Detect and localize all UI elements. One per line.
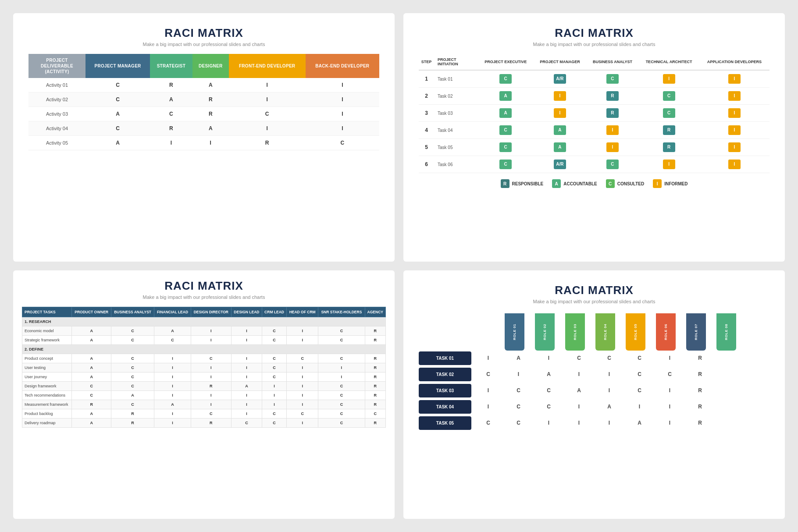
table-row: Design framework CCIRAIICR bbox=[22, 382, 386, 391]
role-col-header: ROLE 06 bbox=[652, 311, 680, 351]
task-cell: A bbox=[504, 351, 533, 365]
th-pm: PROJECT MANAGER bbox=[86, 54, 150, 78]
slide4-subtitle: Make a big impact with our professional … bbox=[533, 299, 656, 304]
task-cell: A bbox=[595, 399, 623, 414]
task-cell: I bbox=[656, 399, 684, 414]
task-rows: TASK 01IAICCCIR TASK 02CIAIICCR TASK 03I… bbox=[419, 351, 770, 432]
table-row: 1 Task 01 C A/R C I I bbox=[419, 70, 770, 88]
task-label-box: TASK 05 bbox=[419, 416, 471, 430]
slide4-title: RACI MATRIX bbox=[555, 284, 634, 297]
raci-table-3: PROJECT TASKSPRODUCT OWNERBUSINESS ANALY… bbox=[22, 307, 386, 428]
role-col-header: ROLE 08 bbox=[712, 311, 741, 351]
task-cell: C bbox=[625, 351, 654, 365]
task-label-box: TASK 02 bbox=[419, 368, 471, 381]
task-row: TASK 05CCIIIAIR bbox=[419, 415, 770, 430]
task-cell: C bbox=[504, 383, 533, 398]
task-cell: I bbox=[565, 367, 593, 382]
task-cell: I bbox=[504, 367, 533, 382]
task-cell: R bbox=[686, 399, 714, 414]
role-col-header: ROLE 07 bbox=[682, 311, 710, 351]
slide4-container: ROLE 01 ROLE 02 ROLE 03 ROLE 04 ROLE 05 … bbox=[419, 311, 770, 432]
task-row: TASK 04ICCIAIIR bbox=[419, 399, 770, 414]
th-exec: PROJECT EXECUTIVE bbox=[478, 54, 533, 70]
task-cell: I bbox=[474, 383, 502, 398]
task-cell: I bbox=[656, 415, 684, 430]
roles-header: ROLE 01 ROLE 02 ROLE 03 ROLE 04 ROLE 05 … bbox=[447, 311, 741, 351]
table-row: 2 Task 02 A I R C I bbox=[419, 88, 770, 105]
raci-legend: R RESPONSIBLE A ACCOUNTABLE C CONSULTED … bbox=[501, 179, 688, 188]
role-col-header: ROLE 02 bbox=[531, 311, 559, 351]
th-initiation: PROJECT INITIATION bbox=[434, 54, 478, 70]
task-cell: I bbox=[534, 351, 563, 365]
slide-3: RACI MATRIX Make a big impact with our p… bbox=[13, 270, 395, 519]
role-col-header: ROLE 04 bbox=[591, 311, 620, 351]
task-label-box: TASK 01 bbox=[419, 351, 471, 365]
th-appdev: APPLICATION DEVELOPERS bbox=[699, 54, 770, 70]
task-cell: C bbox=[474, 367, 502, 382]
task-cell: R bbox=[686, 383, 714, 398]
task-cell: C bbox=[534, 399, 563, 414]
raci-table-1: PROJECT DELIVERABLE (ACTIVITY) PROJECT M… bbox=[28, 54, 379, 150]
legend-item: I INFORMED bbox=[653, 179, 688, 188]
legend-item: C CONSULTED bbox=[606, 179, 644, 188]
task-cell: I bbox=[474, 351, 502, 365]
th-designer: DESIGNER bbox=[192, 54, 229, 78]
th-deliverable: PROJECT DELIVERABLE (ACTIVITY) bbox=[28, 54, 86, 78]
task-cell: C bbox=[504, 399, 533, 414]
th-step: STEP bbox=[419, 54, 434, 70]
task-cell: I bbox=[595, 383, 623, 398]
task-cell: C bbox=[565, 351, 593, 365]
task-cell: I bbox=[656, 351, 684, 365]
slide1-subtitle: Make a big impact with our professional … bbox=[143, 42, 265, 47]
table-row: Tech recommendations CAIIIIICR bbox=[22, 391, 386, 400]
role-col-header: ROLE 01 bbox=[500, 311, 529, 351]
th-ba: BUSINESS ANALYST bbox=[586, 54, 638, 70]
slide2-title: RACI MATRIX bbox=[555, 26, 634, 40]
task-cell: I bbox=[595, 415, 623, 430]
slide3-subtitle: Make a big impact with our professional … bbox=[143, 294, 265, 300]
task-cell: C bbox=[504, 415, 533, 430]
task-cell: A bbox=[625, 415, 654, 430]
task-cell: I bbox=[534, 415, 563, 430]
table-row: 3 Task 03 A I R C I bbox=[419, 105, 770, 122]
role-col-header: ROLE 05 bbox=[621, 311, 650, 351]
task-cell: R bbox=[686, 415, 714, 430]
th-ta: TECHNICAL ARCHITECT bbox=[638, 54, 699, 70]
task-cell: I bbox=[625, 399, 654, 414]
table-row: Strategic framework ACCIICICR bbox=[22, 336, 386, 345]
slide3-title: RACI MATRIX bbox=[164, 279, 243, 293]
table-row: 6 Task 06 C A/R C I I bbox=[419, 156, 770, 173]
task-cell: A bbox=[534, 367, 563, 382]
raci-table-2: STEP PROJECT INITIATION PROJECT EXECUTIV… bbox=[419, 54, 770, 173]
th-frontend: FRONT-END DEVELOPER bbox=[229, 54, 306, 78]
task-cell: C bbox=[656, 367, 684, 382]
slide-4: RACI MATRIX Make a big impact with our p… bbox=[403, 270, 785, 519]
th-backend: BACK-END DEVELOPER bbox=[306, 54, 379, 78]
task-cell: I bbox=[595, 367, 623, 382]
task-cell: C bbox=[595, 351, 623, 365]
legend-item: R RESPONSIBLE bbox=[501, 179, 544, 188]
slide1-title: RACI MATRIX bbox=[164, 26, 243, 40]
table-row: Product concept ACICICCCR bbox=[22, 354, 386, 363]
role-col-header: ROLE 03 bbox=[561, 311, 589, 351]
table-row: Activity 05 A I I R C bbox=[28, 136, 379, 150]
table-row: Economic model ACAIICICR bbox=[22, 326, 386, 336]
table-row: Activity 03 A C R C I bbox=[28, 107, 379, 121]
slide-1: RACI MATRIX Make a big impact with our p… bbox=[13, 13, 395, 262]
table-row: User journey ACIIICIIR bbox=[22, 372, 386, 382]
task-cell: R bbox=[686, 351, 714, 365]
task-label-box: TASK 04 bbox=[419, 400, 471, 414]
task-cell: C bbox=[474, 415, 502, 430]
task-cell: I bbox=[656, 383, 684, 398]
legend-item: A ACCOUNTABLE bbox=[552, 179, 597, 188]
task-row: TASK 03ICCAICIR bbox=[419, 383, 770, 398]
task-cell: I bbox=[565, 399, 593, 414]
task-cell: I bbox=[474, 399, 502, 414]
slide-2: RACI MATRIX Make a big impact with our p… bbox=[403, 13, 785, 262]
task-cell: C bbox=[534, 383, 563, 398]
slide2-subtitle: Make a big impact with our professional … bbox=[533, 42, 656, 47]
table-row: 5 Task 05 C A I R I bbox=[419, 139, 770, 156]
task-label-box: TASK 03 bbox=[419, 384, 471, 397]
task-cell: C bbox=[625, 367, 654, 382]
task-cell: A bbox=[565, 383, 593, 398]
